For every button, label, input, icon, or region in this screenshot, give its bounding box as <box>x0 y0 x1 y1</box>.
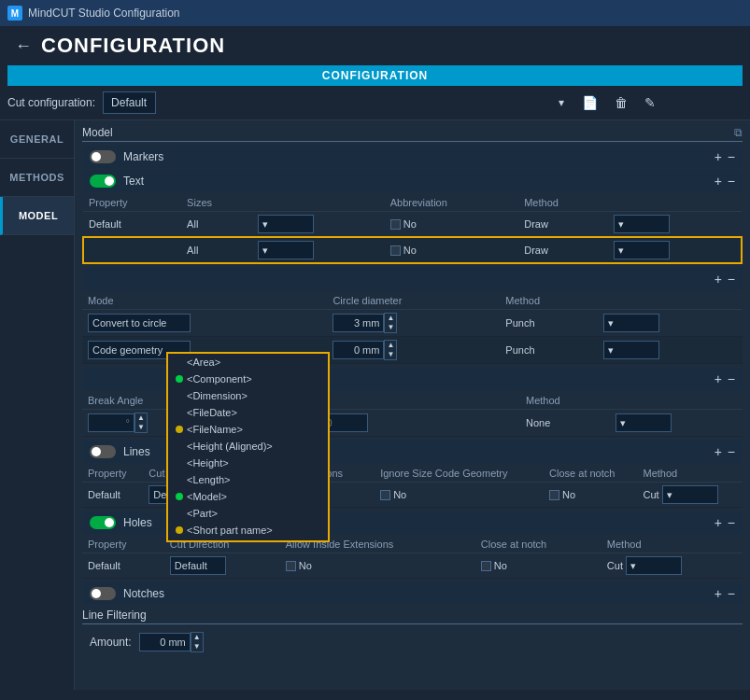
circle-diam-input-1[interactable] <box>333 314 384 332</box>
col-method-dd <box>608 194 742 212</box>
circle-diam-input-2[interactable] <box>333 341 384 359</box>
text-toggle[interactable] <box>90 175 116 188</box>
amount-spin-up[interactable]: ▲ <box>191 633 203 642</box>
holes-plus[interactable]: + <box>715 515 722 530</box>
lines-close-cb[interactable] <box>549 490 559 500</box>
dot-model <box>176 493 183 500</box>
text-label: Text <box>123 175 144 188</box>
text-row2-sizes-dd[interactable]: ▾ <box>252 237 384 263</box>
notch-row1-method-dd[interactable]: ▾ <box>610 410 743 437</box>
dd-item-dimension[interactable]: <Dimension> <box>168 387 328 404</box>
amount-input[interactable] <box>139 633 191 651</box>
new-config-button[interactable]: 📄 <box>577 93 602 112</box>
title-bar: M MindCUT Studio Configuration <box>0 0 750 26</box>
sidebar-item-methods[interactable]: METHODS <box>0 159 74 197</box>
dd-item-size-max[interactable]: <Size (Max.)> <box>168 539 328 540</box>
dd-item-filename[interactable]: <FileName> <box>168 421 328 438</box>
spin-down-2[interactable]: ▼ <box>385 350 396 359</box>
property-dropdown[interactable]: <Area> <Component> <Dimension> <FileDate… <box>166 352 330 542</box>
model-section-copy-icon[interactable]: ⧉ <box>734 126 743 139</box>
lines-toggle[interactable] <box>90 445 116 458</box>
holes-close-cb[interactable] <box>481 561 491 571</box>
angle-input[interactable] <box>88 413 134 432</box>
edit-config-button[interactable]: ✎ <box>640 93 660 112</box>
back-button[interactable]: ← <box>15 36 32 56</box>
amount-spin-down[interactable]: ▼ <box>191 642 203 651</box>
text-row2-method-dd[interactable]: ▾ <box>608 237 742 263</box>
markers-plus-minus: + − <box>715 149 735 164</box>
circle-row1-mode: Convert to circle <box>82 310 327 337</box>
notch-row1-method: None <box>520 410 610 437</box>
notch-plus[interactable]: + <box>715 371 722 386</box>
dd-item-area[interactable]: <Area> <box>168 354 328 371</box>
content-area[interactable]: Model ⧉ Markers + − Text + − Prope <box>75 120 750 690</box>
lines-row1-ignore: No <box>375 483 544 508</box>
dot-length <box>176 476 183 483</box>
notch-plus-minus: + − <box>715 371 735 386</box>
dd-item-component[interactable]: <Component> <box>168 371 328 387</box>
holes-cut-dir-select[interactable]: Default <box>170 556 226 575</box>
circle-minus[interactable]: − <box>728 272 735 287</box>
amount-row: Amount: ▲ ▼ <box>82 628 743 656</box>
notches-plus[interactable]: + <box>715 586 722 601</box>
circle-row1-diam: ▲ ▼ <box>327 310 500 337</box>
text-row1-method: Draw <box>518 212 608 238</box>
markers-minus[interactable]: − <box>728 149 735 164</box>
text-toggle-row: Text + − <box>82 170 743 192</box>
lines-ignore-cb[interactable] <box>380 490 390 500</box>
lines-minus[interactable]: − <box>728 444 735 459</box>
page-title: CONFIGURATION <box>41 34 225 58</box>
abbrev-checkbox-2[interactable] <box>390 245 401 256</box>
circle-plus[interactable]: + <box>715 272 722 287</box>
holes-toggle[interactable] <box>90 516 116 529</box>
col-sizes-dd <box>252 194 384 212</box>
dd-item-model[interactable]: <Model> <box>168 488 328 505</box>
holes-allow-cb[interactable] <box>286 561 296 571</box>
notches-minus[interactable]: − <box>728 586 735 601</box>
text-row1-sizes-dd[interactable]: ▾ <box>252 212 384 238</box>
sidebar-item-model[interactable]: MODEL <box>0 197 74 235</box>
markers-toggle[interactable] <box>90 150 116 163</box>
lines-plus[interactable]: + <box>715 444 722 459</box>
notches-toggle[interactable] <box>90 587 116 600</box>
cut-config-select[interactable]: Default <box>103 91 156 114</box>
text-row1-method-dd[interactable]: ▾ <box>608 212 742 238</box>
circle-row1-method-dd[interactable]: ▾ <box>598 310 743 337</box>
mode-select-1[interactable]: Convert to circle <box>88 314 191 332</box>
dd-item-filedate[interactable]: <FileDate> <box>168 404 328 421</box>
col-circle-diam: Circle diameter <box>327 292 500 310</box>
holes-minus[interactable]: − <box>728 515 735 530</box>
angle-down[interactable]: ▼ <box>135 423 147 432</box>
notch-minus[interactable]: − <box>728 371 735 386</box>
notches-plus-minus: + − <box>715 586 735 601</box>
dd-item-short-part[interactable]: <Short part name> <box>168 522 328 539</box>
lines-label: Lines <box>123 445 150 458</box>
line-filtering-title: Line Filtering <box>82 609 147 622</box>
circle-plus-minus: + − <box>715 272 735 287</box>
sidebar-item-general[interactable]: GENERAL <box>0 120 74 159</box>
spin-up-2[interactable]: ▲ <box>385 341 396 350</box>
text-minus[interactable]: − <box>728 174 735 189</box>
delete-config-button[interactable]: 🗑 <box>610 93 632 112</box>
dd-item-length[interactable]: <Length> <box>168 471 328 488</box>
col-h-property: Property <box>82 536 164 553</box>
markers-plus[interactable]: + <box>715 149 722 164</box>
text-plus[interactable]: + <box>715 174 722 189</box>
holes-row1-cut-dir: Default <box>164 553 280 579</box>
spin-down-1[interactable]: ▼ <box>385 323 396 332</box>
cut-config-label: Cut configuration: <box>7 96 95 109</box>
dd-item-height-aligned[interactable]: <Height (Aligned)> <box>168 438 328 455</box>
spin-up-1[interactable]: ▲ <box>385 314 396 323</box>
col-h-method: Method <box>601 536 743 553</box>
angle-up[interactable]: ▲ <box>135 413 147 423</box>
lines-method-select[interactable]: ▾ <box>662 485 718 504</box>
lines-plus-minus: + − <box>715 444 735 459</box>
dd-item-part[interactable]: <Part> <box>168 505 328 522</box>
circle-row1-method: Punch <box>500 310 598 337</box>
lines-row1-close: No <box>544 483 637 508</box>
holes-method-select[interactable]: ▾ <box>626 556 682 575</box>
abbrev-checkbox-1[interactable] <box>390 219 401 230</box>
circle-row2-method-dd[interactable]: ▾ <box>598 337 743 364</box>
lines-row1-method: Cut ▾ <box>638 483 743 508</box>
dd-item-height[interactable]: <Height> <box>168 455 328 471</box>
